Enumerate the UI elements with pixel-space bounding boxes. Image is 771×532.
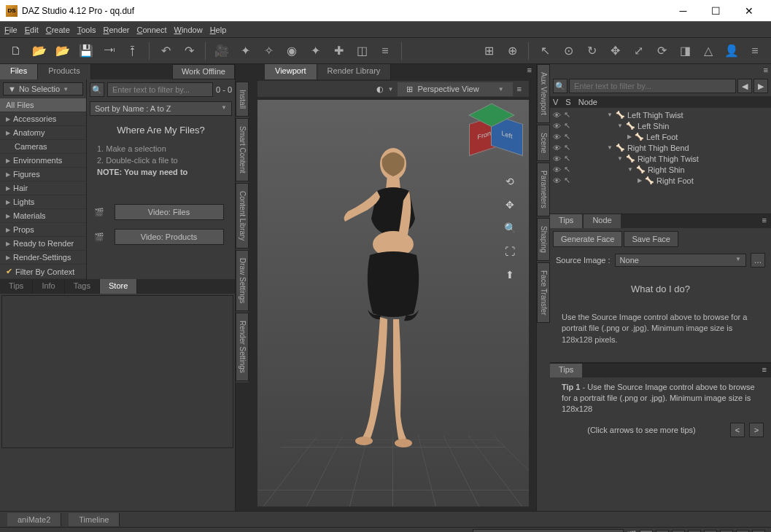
filter-by-context[interactable]: ✔Filter By Context [0, 265, 86, 279]
info-tab[interactable]: Info [33, 279, 64, 294]
vp-menu-icon[interactable]: ≡ [517, 85, 522, 93]
search-icon[interactable]: 🔍 [90, 82, 104, 97]
menu-file[interactable]: File [4, 26, 18, 34]
page-3[interactable]: 3 [672, 530, 685, 533]
translate-tool-icon[interactable]: ✥ [605, 41, 625, 61]
lesson-dropdown[interactable]: ...rted > III - Adding an Environment▼ [473, 529, 624, 533]
page-2[interactable]: 2 [656, 530, 669, 533]
tree-node[interactable]: 👁↖▼🦴Right Thigh Bend [551, 142, 770, 153]
linearlight-icon[interactable]: ✦ [305, 41, 325, 61]
tips-tab[interactable]: Tips [0, 279, 33, 294]
pointlight-icon[interactable]: ✧ [258, 41, 279, 61]
menu-window[interactable]: Window [174, 26, 203, 34]
distantlight-icon[interactable]: ◉ [282, 41, 302, 61]
generate-face-button[interactable]: Generate Face [553, 231, 622, 247]
next-icon[interactable]: ▶ [753, 79, 768, 93]
save-face-button[interactable]: Save Face [624, 231, 678, 247]
close-button[interactable]: ✕ [732, 1, 765, 21]
param-node-tab[interactable]: Node [584, 214, 620, 228]
animate-tab[interactable]: aniMate2 [7, 513, 61, 526]
cat-render-settings[interactable]: ▶Render-Settings [0, 251, 86, 265]
sidetab-content-library[interactable]: Content Library [236, 183, 249, 249]
tree-node[interactable]: 👁↖▼🦴Left Shin [551, 120, 770, 131]
menu-tools[interactable]: Tools [77, 26, 96, 34]
save-icon[interactable]: 💾 [76, 41, 96, 61]
panel-menu-icon[interactable]: ≡ [523, 64, 536, 79]
tree-node[interactable]: 👁↖▼🦴Right Thigh Twist [551, 153, 770, 164]
cat-accessories[interactable]: ▶Accessories [0, 112, 86, 126]
files-tab[interactable]: Files [0, 64, 38, 79]
import-icon[interactable]: ⭲ [99, 41, 120, 61]
group-icon[interactable]: ≡ [375, 41, 395, 61]
scale-tool-icon[interactable]: ⤢ [628, 41, 648, 61]
pose-tool-icon[interactable]: ⟳ [651, 41, 672, 61]
browse-button[interactable]: … [751, 253, 765, 267]
tree-node[interactable]: 👁↖▶🦴Right Foot [551, 175, 770, 186]
grid-icon[interactable]: ⊞ [479, 41, 499, 61]
sidetab-parameters[interactable]: Parameters [537, 163, 550, 216]
sidetab-render-settings[interactable]: Render Settings [236, 313, 249, 381]
sidetab-shaping[interactable]: Shaping [537, 218, 550, 261]
sort-dropdown[interactable]: Sort by Name : A to Z▼ [90, 101, 232, 116]
viewport-tab[interactable]: Viewport [265, 64, 317, 79]
panel-menu-icon[interactable]: ≡ [764, 66, 768, 74]
primitive-icon[interactable]: ◫ [352, 41, 372, 61]
pan-tool-icon[interactable]: ✥ [501, 196, 519, 214]
work-offline-button[interactable]: Work Offline [172, 64, 235, 79]
page-7[interactable]: 7 [736, 530, 749, 533]
view-cube[interactable]: Front Left [469, 113, 513, 157]
cat-hair[interactable]: ▶Hair [0, 181, 86, 195]
spotlight-icon[interactable]: ✦ [235, 41, 255, 61]
surfaces-tool-icon[interactable]: ◨ [675, 41, 695, 61]
sidetab-draw-settings[interactable]: Draw Settings [236, 250, 249, 311]
store-tab[interactable]: Store [100, 279, 137, 294]
undo-icon[interactable]: ↶ [155, 41, 176, 61]
pointer-icon[interactable]: ↖ [535, 41, 555, 61]
prev-tip-button[interactable]: < [730, 423, 745, 437]
video-files-button[interactable]: Video: Files [115, 204, 224, 220]
frame-tool-icon[interactable]: ⛶ [501, 243, 519, 260]
tags-tab[interactable]: Tags [65, 279, 100, 294]
products-tab[interactable]: Products [38, 64, 90, 79]
cat-figures[interactable]: ▶Figures [0, 168, 86, 181]
open-icon[interactable]: 📂 [29, 41, 50, 61]
viewport-3d[interactable]: Front Left ⟲ ✥ 🔍 ⛶ ⬆ [257, 100, 529, 506]
tree-node[interactable]: 👁↖▼🦴Left Thigh Twist [551, 109, 770, 120]
orbit-tool-icon[interactable]: ⟲ [501, 173, 519, 190]
sphere-icon[interactable]: ⊕ [502, 41, 522, 61]
sidetab-scene[interactable]: Scene [537, 125, 550, 161]
sphere-preview-icon[interactable]: ◐ [376, 85, 384, 94]
rotate-tool-icon[interactable]: ↻ [581, 41, 602, 61]
source-image-dropdown[interactable]: None▼ [615, 254, 746, 267]
null-icon[interactable]: ✚ [328, 41, 349, 61]
active-tool-icon[interactable]: ⊙ [558, 41, 578, 61]
page-5[interactable]: 5 [704, 530, 717, 533]
cat-anatomy[interactable]: ▶Anatomy [0, 126, 86, 140]
next-tip-button[interactable]: > [749, 423, 764, 437]
scene-filter-input[interactable] [569, 79, 736, 93]
menu-help[interactable]: Help [210, 26, 227, 34]
cat-ready[interactable]: ▶Ready to Render [0, 237, 86, 251]
menu-connect[interactable]: Connect [137, 26, 167, 34]
filter-input[interactable]: Enter text to filter by... [107, 82, 213, 97]
video-products-button[interactable]: Video: Products [115, 229, 224, 245]
reset-tool-icon[interactable]: ⬆ [501, 266, 519, 283]
search-icon[interactable]: 🔍 [553, 79, 567, 93]
redo-icon[interactable]: ↷ [179, 41, 199, 61]
user-icon[interactable]: 👤 [721, 41, 742, 61]
menu-edit[interactable]: Edit [25, 26, 39, 34]
export-icon[interactable]: ⭱ [123, 41, 143, 61]
timeline-tab[interactable]: Timeline [69, 513, 120, 526]
maximize-button[interactable]: ☐ [700, 1, 732, 21]
sidetab-smart-content[interactable]: Smart Content [236, 118, 249, 181]
zoom-tool-icon[interactable]: 🔍 [501, 219, 519, 237]
cat-cameras[interactable]: Cameras [0, 140, 86, 154]
sidetab-aux-viewport[interactable]: Aux Viewport [537, 64, 550, 123]
page-4[interactable]: 4 [688, 530, 701, 533]
sidetab-face-transfer[interactable]: Face Transfer [537, 262, 550, 324]
param-tips-tab[interactable]: Tips [550, 214, 582, 228]
menu-create[interactable]: Create [46, 26, 70, 34]
selection-dropdown[interactable]: ▼ No Selectio ▼ [3, 82, 83, 95]
view-dropdown[interactable]: ⊞Perspective View▼ [398, 82, 512, 96]
scene-tree[interactable]: 👁↖▼🦴Left Thigh Twist👁↖▼🦴Left Shin👁↖▶🦴Lef… [550, 108, 771, 214]
